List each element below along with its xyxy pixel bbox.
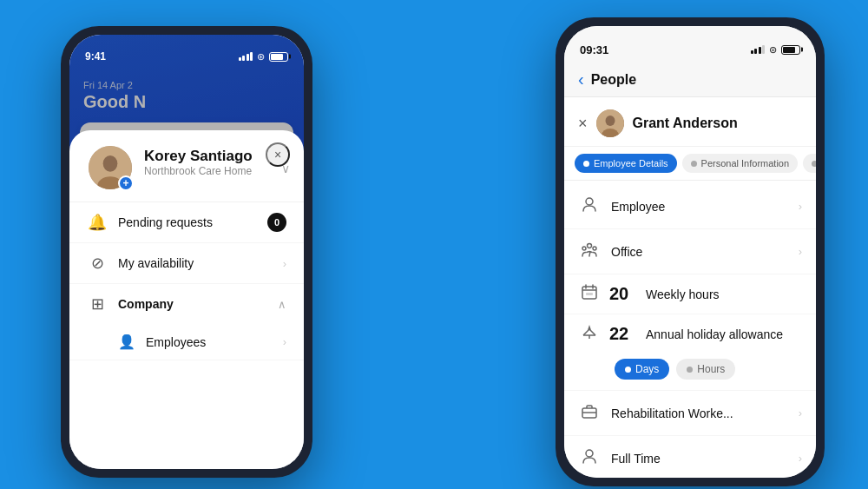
nav-title: People xyxy=(591,72,636,88)
toggle-hours[interactable]: Hours xyxy=(676,359,735,380)
fulltime-icon xyxy=(578,447,601,469)
office-row-icon xyxy=(578,241,601,262)
tab-personal-info[interactable]: Personal Information xyxy=(682,154,799,173)
company-chevron: ∧ xyxy=(278,298,286,311)
weekly-hours-label: Weekly hours xyxy=(646,287,802,301)
svg-point-4 xyxy=(605,116,615,126)
office-row-label: Office xyxy=(611,245,788,259)
holiday-number: 22 xyxy=(609,324,637,344)
svg-point-6 xyxy=(586,198,593,205)
toggle-days-label: Days xyxy=(635,363,659,375)
pending-requests-item[interactable]: 🔔 Pending requests 0 xyxy=(69,202,304,243)
employee-header: × Grant Anderson xyxy=(564,97,816,147)
holiday-svg xyxy=(581,323,598,340)
holiday-number-row: 22 Annual holiday allowance xyxy=(564,314,816,354)
tab-employee-details[interactable]: Employee Details xyxy=(575,154,677,173)
company-section[interactable]: ⊞ Company ∧ xyxy=(69,284,304,324)
detail-row-employee[interactable]: Employee › xyxy=(564,184,816,229)
phone-right: 09:31 ⊜ ‹ People × xyxy=(556,17,825,486)
detail-row-fulltime[interactable]: Full Time › xyxy=(564,436,816,478)
svg-point-1 xyxy=(103,155,118,172)
phone1-battery-fill xyxy=(271,54,283,60)
detail-row-holiday: 22 Annual holiday allowance Days Hours xyxy=(564,314,816,391)
detail-list: Employee › Office › xyxy=(564,181,816,478)
toggle-hours-label: Hours xyxy=(697,363,725,375)
employees-chevron: › xyxy=(283,335,286,348)
detail-row-weekly-hours: 20 Weekly hours xyxy=(564,274,816,314)
briefcase-icon xyxy=(581,402,598,420)
phone1-wifi-icon: ⊛ xyxy=(257,51,265,63)
office-icon xyxy=(581,241,598,258)
phone1-screen: 9:41 ⊛ Fri 14 Apr 2 Good N Tomorrow's xyxy=(69,35,304,469)
office-row-chevron: › xyxy=(799,245,802,258)
holiday-toggle-group: Days Hours xyxy=(564,354,816,390)
detail-row-office[interactable]: Office › xyxy=(564,229,816,274)
phone2-battery xyxy=(781,45,800,55)
employees-label: Employees xyxy=(146,335,273,349)
company-label: Company xyxy=(118,297,267,311)
company-icon: ⊞ xyxy=(87,294,108,314)
tab-personal-info-label: Personal Information xyxy=(701,158,790,169)
phone2-battery-fill xyxy=(783,47,795,53)
tab-dot-1 xyxy=(583,161,589,167)
employee-row-chevron: › xyxy=(799,200,802,213)
avatar-wrap: + xyxy=(87,144,134,191)
calendar-svg xyxy=(581,283,598,301)
phone1-status-bar: 9:41 ⊛ xyxy=(69,35,304,69)
svg-point-16 xyxy=(586,450,593,457)
phone1-signal xyxy=(239,52,253,61)
holiday-label: Annual holiday allowance xyxy=(646,327,802,341)
employee-row-label: Employee xyxy=(611,200,788,214)
phone2-status-icons: ⊜ xyxy=(751,44,801,56)
availability-icon: ⊘ xyxy=(87,254,108,273)
rehab-label: Rehabilitation Worke... xyxy=(611,406,788,420)
pending-badge: 0 xyxy=(267,213,286,232)
emp-close-button[interactable]: × xyxy=(578,115,588,133)
phone1-battery xyxy=(269,52,288,62)
toggle-days[interactable]: Days xyxy=(615,359,669,380)
phone2-status-bar: 09:31 ⊜ xyxy=(564,26,816,64)
avatar-plus-button[interactable]: + xyxy=(118,175,134,191)
tab-bar: Employee Details Personal Information Lo… xyxy=(564,147,816,181)
calendar-icon xyxy=(578,283,601,305)
phone2-signal xyxy=(751,45,766,54)
weekly-hours-number: 20 xyxy=(609,284,637,304)
modal-sheet: × + Korey Santiago Nor xyxy=(69,130,304,469)
tab-dot-2 xyxy=(691,161,697,167)
phone1-status-icons: ⊛ xyxy=(239,51,289,63)
person2-icon xyxy=(581,447,598,465)
availability-chevron: › xyxy=(283,257,286,270)
emp-avatar-svg xyxy=(596,109,624,137)
tab-employee-details-label: Employee Details xyxy=(594,158,668,169)
tab-lo[interactable]: Lo... xyxy=(803,154,816,173)
person-icon xyxy=(581,195,598,213)
emp-avatar xyxy=(596,109,624,137)
rehab-icon xyxy=(578,402,601,424)
phone2-nav-bar: ‹ People xyxy=(564,64,816,97)
pending-requests-label: Pending requests xyxy=(118,215,257,229)
phone2-screen: 09:31 ⊜ ‹ People × xyxy=(564,26,816,478)
svg-rect-11 xyxy=(586,293,593,295)
phone2-time: 09:31 xyxy=(580,43,608,56)
tab-dot-3 xyxy=(812,161,816,167)
detail-row-rehab[interactable]: Rehabilitation Worke... › xyxy=(564,391,816,436)
svg-point-9 xyxy=(593,247,596,250)
my-availability-item[interactable]: ⊘ My availability › xyxy=(69,243,304,284)
holiday-icon xyxy=(578,323,601,345)
my-availability-label: My availability xyxy=(118,256,273,270)
phone2-wifi-icon: ⊜ xyxy=(769,44,777,56)
toggle-days-dot xyxy=(625,367,631,373)
bell-icon: 🔔 xyxy=(87,213,108,232)
rehab-chevron: › xyxy=(799,406,802,420)
fulltime-label: Full Time xyxy=(611,452,788,466)
phone2-content: × Grant Anderson Employee Details xyxy=(564,97,816,478)
back-button[interactable]: ‹ xyxy=(578,69,584,89)
phone1-time: 9:41 xyxy=(85,50,106,63)
modal-close-button[interactable]: × xyxy=(266,142,290,167)
svg-point-7 xyxy=(588,244,592,248)
user-info: Korey Santiago Northbrook Care Home xyxy=(144,144,271,177)
employees-icon: 👤 xyxy=(118,334,135,350)
user-org: Northbrook Care Home xyxy=(144,165,271,177)
employees-item[interactable]: 👤 Employees › xyxy=(69,324,304,360)
fulltime-chevron: › xyxy=(799,452,802,465)
